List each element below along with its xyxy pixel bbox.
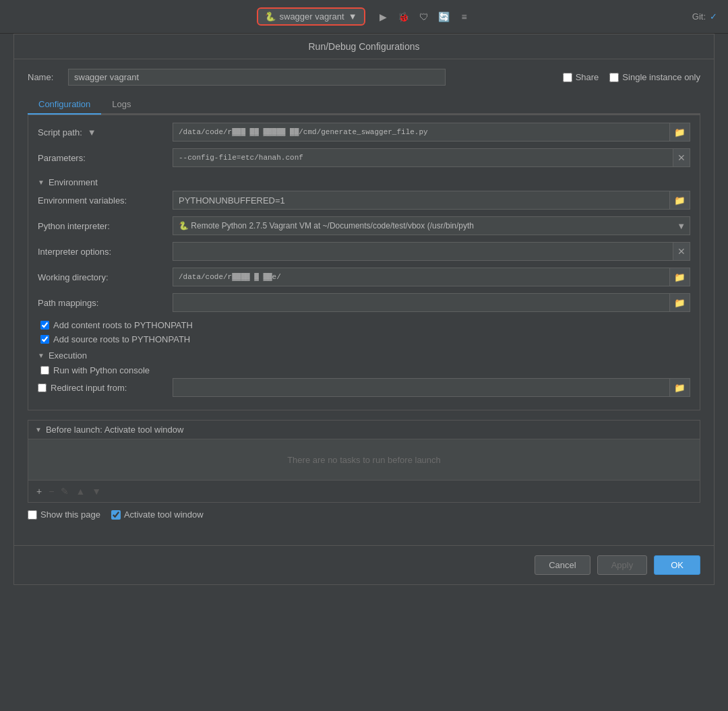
activate-tool-checkbox-label[interactable]: Activate tool window xyxy=(111,509,204,520)
run-config-button[interactable]: 🐍 swagger vagrant ▼ xyxy=(257,7,365,26)
before-launch-header[interactable]: ▼ Before launch: Activate tool window xyxy=(28,421,700,439)
toolbar: 🐍 swagger vagrant ▼ ▶ 🐞 🛡 🔄 ≡ Git: ✓ xyxy=(0,0,728,34)
debug-icon[interactable]: 🐞 xyxy=(396,9,411,24)
before-launch-down-btn[interactable]: ▼ xyxy=(90,485,102,498)
path-mappings-browse-btn[interactable]: 📁 xyxy=(670,293,690,312)
path-mappings-field: 📁 xyxy=(173,293,690,312)
add-source-roots-checkbox[interactable] xyxy=(40,335,49,344)
run-console-label[interactable]: Run with Python console xyxy=(53,365,150,375)
git-label: Git: xyxy=(692,11,706,22)
environment-label: Environment xyxy=(49,177,98,187)
redirect-input-checkbox[interactable] xyxy=(38,383,47,392)
run-debug-dialog: Run/Debug Configurations Name: Share Sin… xyxy=(13,34,715,585)
environment-section-header[interactable]: ▼ Environment xyxy=(38,173,690,190)
path-mappings-input[interactable] xyxy=(173,293,670,312)
bottom-options: Show this page Activate tool window xyxy=(28,503,700,526)
run-tasks-icon[interactable]: ≡ xyxy=(457,9,472,24)
run-config-dropdown-icon: ▼ xyxy=(348,11,357,22)
redirect-input-label[interactable]: Redirect input from: xyxy=(51,383,127,393)
path-mappings-label: Path mappings: xyxy=(38,298,173,308)
redirect-input-browse-btn[interactable]: 📁 xyxy=(670,378,690,397)
toolbar-center: 🐍 swagger vagrant ▼ ▶ 🐞 🛡 🔄 ≡ xyxy=(257,7,472,26)
reload-icon[interactable]: 🔄 xyxy=(437,9,452,24)
env-vars-row: Environment variables: 📁 xyxy=(38,190,690,210)
show-page-checkbox[interactable] xyxy=(28,510,37,520)
add-content-roots-row: Add content roots to PYTHONPATH xyxy=(40,318,690,332)
cancel-button[interactable]: Cancel xyxy=(535,555,590,575)
share-area: Share Single instance only xyxy=(563,72,700,82)
before-launch-up-btn[interactable]: ▲ xyxy=(74,485,86,498)
script-path-dropdown-icon[interactable]: ▼ xyxy=(88,127,96,137)
before-launch-label: Before launch: Activate tool window xyxy=(46,425,184,435)
before-launch-remove-btn[interactable]: − xyxy=(47,485,55,498)
git-section: Git: ✓ xyxy=(692,11,717,22)
run-console-row: Run with Python console xyxy=(40,363,690,377)
python-interpreter-field[interactable]: 🐍 Remote Python 2.7.5 Vagrant VM at ~/Do… xyxy=(173,216,690,235)
tab-configuration[interactable]: Configuration xyxy=(28,95,101,115)
script-path-input[interactable] xyxy=(173,123,670,142)
dialog-body: Name: Share Single instance only Configu… xyxy=(14,59,714,536)
run-icon[interactable]: ▶ xyxy=(376,9,391,24)
redirect-input-label-container: Redirect input from: xyxy=(38,383,173,393)
before-launch-edit-btn[interactable]: ✎ xyxy=(59,485,70,498)
parameters-clear-btn[interactable]: ✕ xyxy=(673,148,690,167)
env-vars-label: Environment variables: xyxy=(38,195,173,206)
dialog-footer: Cancel Apply OK xyxy=(14,545,714,584)
interpreter-options-row: Interpreter options: ✕ xyxy=(38,241,690,261)
form-grid: Script path: ▼ 📁 Parameters: ✕ xyxy=(28,115,700,410)
env-vars-field: 📁 xyxy=(173,191,690,210)
before-launch-section: ▼ Before launch: Activate tool window Th… xyxy=(28,420,700,503)
coverage-icon[interactable]: 🛡 xyxy=(417,9,431,24)
parameters-field: ✕ xyxy=(173,148,690,167)
python-run-icon: 🐍 xyxy=(265,11,276,22)
working-directory-browse-btn[interactable]: 📁 xyxy=(670,268,690,286)
add-source-roots-label[interactable]: Add source roots to PYTHONPATH xyxy=(53,334,190,344)
before-launch-body: There are no tasks to run before launch xyxy=(28,439,700,480)
config-panel: Script path: ▼ 📁 Parameters: ✕ xyxy=(28,115,700,410)
single-instance-checkbox[interactable] xyxy=(609,73,619,82)
add-content-roots-checkbox[interactable] xyxy=(40,321,49,330)
tab-logs[interactable]: Logs xyxy=(101,95,142,115)
before-launch-toolbar: + − ✎ ▲ ▼ xyxy=(28,480,700,502)
path-mappings-row: Path mappings: 📁 xyxy=(38,292,690,313)
env-vars-input[interactable] xyxy=(173,191,670,210)
env-vars-browse-btn[interactable]: 📁 xyxy=(670,191,690,210)
add-source-roots-row: Add source roots to PYTHONPATH xyxy=(40,332,690,346)
interpreter-options-input[interactable] xyxy=(173,242,673,261)
activate-tool-checkbox[interactable] xyxy=(111,510,121,520)
script-path-label-container: Script path: ▼ xyxy=(38,127,173,137)
run-config-label: swagger vagrant xyxy=(280,11,344,22)
activate-tool-label: Activate tool window xyxy=(124,509,204,520)
name-input[interactable] xyxy=(68,69,446,86)
redirect-input-input[interactable] xyxy=(173,378,670,397)
before-launch-empty-message: There are no tasks to run before launch xyxy=(287,455,441,465)
ok-button[interactable]: OK xyxy=(654,555,700,575)
single-instance-checkbox-label[interactable]: Single instance only xyxy=(609,72,700,82)
run-console-checkbox[interactable] xyxy=(40,366,49,375)
script-path-label: Script path: xyxy=(38,127,82,137)
share-checkbox-label[interactable]: Share xyxy=(563,72,599,82)
share-label: Share xyxy=(576,72,599,82)
python-interpreter-label: Python interpreter: xyxy=(38,221,173,231)
parameters-input[interactable] xyxy=(173,148,673,167)
git-check-icon: ✓ xyxy=(710,11,717,22)
name-label: Name: xyxy=(28,72,61,82)
before-launch-arrow-icon: ▼ xyxy=(35,426,42,433)
script-path-browse-btn[interactable]: 📁 xyxy=(670,123,690,142)
python-interpreter-value: 🐍 Remote Python 2.7.5 Vagrant VM at ~/Do… xyxy=(173,221,673,230)
apply-button[interactable]: Apply xyxy=(597,555,648,575)
python-interpreter-dropdown-icon: ▼ xyxy=(673,221,690,231)
working-directory-label: Working directory: xyxy=(38,272,173,282)
parameters-row: Parameters: ✕ xyxy=(38,148,690,168)
working-directory-input[interactable] xyxy=(173,268,670,286)
execution-section-header[interactable]: ▼ Execution xyxy=(38,346,690,363)
parameters-label: Parameters: xyxy=(38,153,173,163)
show-page-checkbox-label[interactable]: Show this page xyxy=(28,509,100,520)
before-launch-add-btn[interactable]: + xyxy=(35,485,43,498)
interpreter-options-clear-btn[interactable]: ✕ xyxy=(673,242,690,261)
share-checkbox[interactable] xyxy=(563,73,572,82)
add-content-roots-label[interactable]: Add content roots to PYTHONPATH xyxy=(53,320,193,330)
tabs: Configuration Logs xyxy=(28,95,700,115)
script-path-field: 📁 xyxy=(173,123,690,142)
redirect-input-row: Redirect input from: 📁 xyxy=(38,377,690,398)
